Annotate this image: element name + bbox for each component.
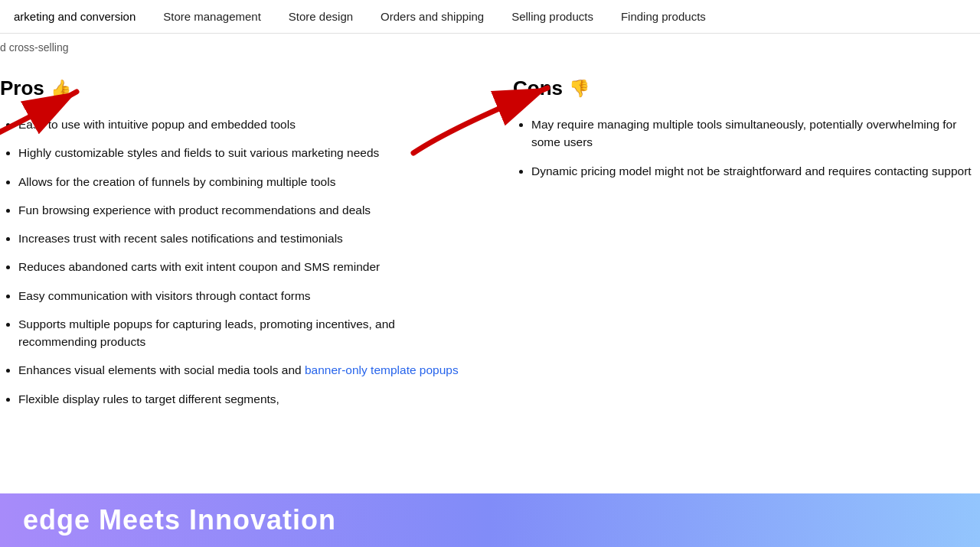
list-item: Highly customizable styles and fields to… <box>18 144 467 161</box>
pros-section: Pros 👍 Easy to use with intuitive popup … <box>0 77 490 418</box>
navigation-bar: arketing and conversion Store management… <box>0 0 980 34</box>
list-item: Easy communication with visitors through… <box>18 287 467 304</box>
list-item: Reduces abandoned carts with exit intent… <box>18 258 467 275</box>
cons-emoji-icon: 👎 <box>569 79 590 99</box>
list-item: Increases trust with recent sales notifi… <box>18 230 467 247</box>
cons-list: May require managing multiple tools simu… <box>513 116 980 180</box>
pros-emoji-icon: 👍 <box>51 79 71 99</box>
list-item: Allows for the creation of funnels by co… <box>18 173 467 190</box>
nav-item-orders-shipping[interactable]: Orders and shipping <box>367 0 498 34</box>
list-item: Easy to use with intuitive popup and emb… <box>18 116 467 133</box>
cons-title-text: Cons <box>513 77 563 100</box>
nav-item-store-management[interactable]: Store management <box>149 0 275 34</box>
list-item: Flexible display rules to target differe… <box>18 390 467 408</box>
pros-title: Pros 👍 <box>0 77 467 100</box>
list-item: Supports multiple popups for capturing l… <box>18 315 467 351</box>
cons-section: Cons 👎 May require managing multiple too… <box>490 77 980 418</box>
list-item: Enhances visual elements with social med… <box>18 361 467 379</box>
nav-item-selling-products[interactable]: Selling products <box>498 0 607 34</box>
nav-item-store-design[interactable]: Store design <box>275 0 367 34</box>
main-content: Pros 👍 Easy to use with intuitive popup … <box>0 61 980 418</box>
breadcrumb-text: d cross-selling <box>0 41 68 54</box>
cons-title: Cons 👎 <box>513 77 980 100</box>
pros-cons-container: Pros 👍 Easy to use with intuitive popup … <box>0 77 980 418</box>
nav-item-marketing[interactable]: arketing and conversion <box>0 0 149 34</box>
pros-list: Easy to use with intuitive popup and emb… <box>0 116 467 408</box>
list-item: Fun browsing experience with product rec… <box>18 201 467 219</box>
nav-item-finding-products[interactable]: Finding products <box>607 0 720 34</box>
list-item: Dynamic pricing model might not be strai… <box>531 162 980 180</box>
breadcrumb: d cross-selling <box>0 34 980 61</box>
pros-title-text: Pros <box>0 77 44 100</box>
banner-link[interactable]: banner-only template popups <box>305 363 459 376</box>
list-item: May require managing multiple tools simu… <box>531 116 980 151</box>
